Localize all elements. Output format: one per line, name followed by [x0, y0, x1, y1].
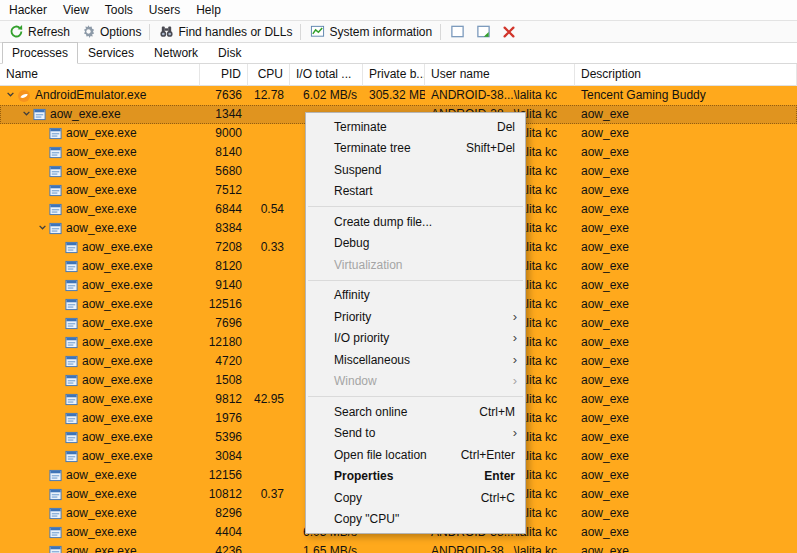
- menu-item-label: Copy: [334, 491, 362, 505]
- menu-shortcut: Ctrl+Enter: [443, 448, 515, 462]
- chevron-down-icon[interactable]: [22, 105, 31, 124]
- options-button[interactable]: Options: [75, 22, 146, 42]
- aow-exe-icon: [65, 317, 78, 330]
- tree-indent: [0, 532, 36, 533]
- tree-indent: [0, 323, 52, 324]
- tree-indent: [0, 209, 36, 210]
- cell-description: aow_exe: [575, 124, 797, 143]
- menu-item-restart[interactable]: Restart: [306, 181, 525, 203]
- cell-user: ANDROID-38...\lalita kc: [425, 86, 575, 105]
- menu-item-suspend[interactable]: Suspend: [306, 159, 525, 181]
- find-handles-or-dlls-button[interactable]: Find handles or DLLs: [153, 22, 297, 42]
- aow-exe-icon: [49, 545, 62, 553]
- process-row-7636[interactable]: AndroidEmulator.exe763612.786.02 MB/s305…: [0, 86, 797, 105]
- menu-item-priority[interactable]: Priority›: [306, 306, 525, 328]
- name-cell: aow_exe.exe: [0, 466, 200, 485]
- cell-description: aow_exe: [575, 466, 797, 485]
- cell-pid: 9140: [200, 276, 248, 295]
- cell-private: 305.32 MB: [363, 86, 425, 105]
- menu-item-send-to[interactable]: Send to›: [306, 423, 525, 445]
- aow-exe-icon: [65, 260, 78, 273]
- menubar-item-hacker[interactable]: Hacker: [1, 0, 55, 20]
- process-name: AndroidEmulator.exe: [35, 86, 146, 105]
- refresh-button[interactable]: Refresh: [3, 22, 75, 42]
- cell-cpu: [248, 428, 290, 447]
- menu-item-i-o-priority[interactable]: I/O priority›: [306, 328, 525, 350]
- red-x-button[interactable]: [496, 22, 522, 42]
- process-name: aow_exe.exe: [66, 143, 137, 162]
- menu-item-label: Terminate: [334, 120, 387, 134]
- menubar-item-users[interactable]: Users: [141, 0, 188, 20]
- name-cell: aow_exe.exe: [0, 276, 200, 295]
- menu-shortcut: Enter: [466, 469, 515, 483]
- cell-pid: 9812: [200, 390, 248, 409]
- menu-item-search-online[interactable]: Search onlineCtrl+M: [306, 401, 525, 423]
- name-cell: aow_exe.exe: [0, 238, 200, 257]
- menu-item-copy-cpu[interactable]: Copy "CPU": [306, 509, 525, 531]
- cell-description: aow_exe: [575, 352, 797, 371]
- gear-icon: [80, 24, 96, 40]
- tree-indent: [0, 152, 36, 153]
- cell-description: aow_exe: [575, 143, 797, 162]
- tree-indent: [0, 133, 36, 134]
- menu-shortcut: Shift+Del: [448, 141, 515, 155]
- aow-exe-icon: [49, 488, 62, 501]
- menu-item-create-dump-file[interactable]: Create dump file...: [306, 211, 525, 233]
- menu-shortcut: Del: [479, 120, 515, 134]
- toolbar-button-label: Find handles or DLLs: [178, 25, 292, 39]
- name-cell: aow_exe.exe: [0, 523, 200, 542]
- refresh-icon: [8, 24, 24, 40]
- menu-item-properties[interactable]: PropertiesEnter: [306, 466, 525, 488]
- chevron-down-icon[interactable]: [6, 86, 15, 105]
- column-header-description[interactable]: Description: [575, 64, 797, 86]
- menu-item-open-file-location[interactable]: Open file locationCtrl+Enter: [306, 444, 525, 466]
- window-pane-button[interactable]: [444, 22, 470, 42]
- tab-processes[interactable]: Processes: [2, 42, 78, 64]
- chevron-down-icon[interactable]: [38, 219, 47, 238]
- column-header-i-o-total[interactable]: I/O total ...: [290, 64, 363, 86]
- system-information-button[interactable]: System information: [304, 22, 437, 42]
- aow-exe-icon: [65, 279, 78, 292]
- column-header-user-name[interactable]: User name: [425, 64, 575, 86]
- menu-item-copy[interactable]: CopyCtrl+C: [306, 487, 525, 509]
- submenu-arrow-icon: ›: [513, 309, 517, 324]
- menu-item-debug[interactable]: Debug: [306, 233, 525, 255]
- menu-item-label: Affinity: [334, 288, 370, 302]
- aow-exe-icon: [65, 241, 78, 254]
- cell-description: aow_exe: [575, 162, 797, 181]
- context-menu: TerminateDelTerminate treeShift+DelSuspe…: [305, 112, 526, 534]
- name-cell: aow_exe.exe: [0, 314, 200, 333]
- menu-item-label: Priority: [334, 310, 371, 324]
- aow-exe-icon: [65, 412, 78, 425]
- name-cell: aow_exe.exe: [0, 295, 200, 314]
- menu-item-terminate-tree[interactable]: Terminate treeShift+Del: [306, 138, 525, 160]
- menu-item-miscellaneous[interactable]: Miscellaneous›: [306, 349, 525, 371]
- tree-indent: [0, 361, 52, 362]
- column-header-name[interactable]: Name: [0, 64, 200, 86]
- menubar-item-help[interactable]: Help: [188, 0, 229, 20]
- process-name: aow_exe.exe: [66, 523, 137, 542]
- menubar-item-tools[interactable]: Tools: [97, 0, 141, 20]
- column-header-pid[interactable]: PID: [200, 64, 248, 86]
- android-emulator-icon: [17, 89, 31, 103]
- tab-disk[interactable]: Disk: [208, 42, 251, 64]
- menu-item-terminate[interactable]: TerminateDel: [306, 116, 525, 138]
- name-cell: aow_exe.exe: [0, 409, 200, 428]
- cell-cpu: [248, 409, 290, 428]
- aow-exe-icon: [65, 355, 78, 368]
- menu-shortcut: Ctrl+M: [461, 405, 515, 419]
- menu-item-label: Restart: [334, 184, 373, 198]
- menu-item-label: Debug: [334, 236, 369, 250]
- menu-item-label: Terminate tree: [334, 141, 411, 155]
- menu-item-affinity[interactable]: Affinity: [306, 285, 525, 307]
- tab-services[interactable]: Services: [78, 42, 144, 64]
- column-header-cpu[interactable]: CPU: [248, 64, 290, 86]
- menubar-item-view[interactable]: View: [55, 0, 97, 20]
- column-header-private-b[interactable]: Private b...: [363, 64, 425, 86]
- new-window-button[interactable]: [470, 22, 496, 42]
- tree-indent: [0, 247, 52, 248]
- process-row-4236[interactable]: aow_exe.exe42361.65 MB/sANDROID-38...\la…: [0, 542, 797, 553]
- cell-description: aow_exe: [575, 333, 797, 352]
- process-name: aow_exe.exe: [66, 124, 137, 143]
- tab-network[interactable]: Network: [144, 42, 208, 64]
